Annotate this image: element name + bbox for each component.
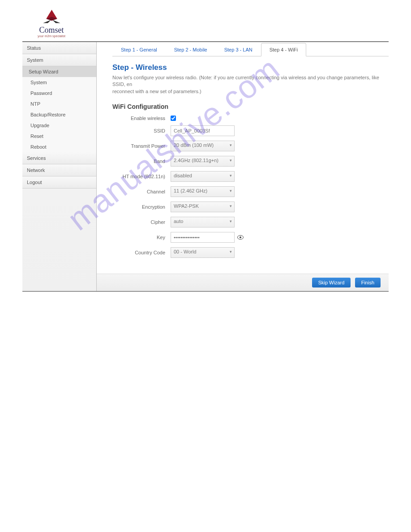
input-key[interactable] [171,232,235,243]
section-title: WiFi Configuration [112,103,389,110]
svg-point-5 [240,236,241,238]
svg-marker-2 [52,20,60,23]
label-key: Key [112,235,171,240]
tab-step3-lan[interactable]: Step 3 - LAN [216,43,261,56]
select-ht-mode[interactable]: disabled [171,171,235,182]
main-content: Step 1 - General Step 2 - Mobile Step 3 … [97,42,389,291]
input-ssid[interactable] [171,125,235,136]
label-encryption: Encryption [112,204,171,210]
label-ssid: SSID [112,128,171,133]
label-cipher: Cipher [112,219,171,225]
select-channel[interactable]: 11 (2.462 GHz) [171,186,235,197]
sidebar-sub-upgrade[interactable]: Upgrade [22,120,96,131]
svg-marker-1 [43,20,51,23]
sidebar: Status System Setup Wizard System Passwo… [22,42,97,291]
sidebar-item-services[interactable]: Services [22,152,96,164]
sidebar-sub-ntp[interactable]: NTP [22,99,96,109]
sidebar-sub-password[interactable]: Password [22,88,96,99]
tab-step1-general[interactable]: Step 1 - General [112,43,166,56]
tab-step4-wifi[interactable]: Step 4 - WiFi [261,43,307,56]
reveal-password-icon[interactable] [237,234,244,241]
sidebar-item-status[interactable]: Status [22,42,96,54]
sidebar-sub-backup-restore[interactable]: Backup/Restore [22,109,96,120]
select-cipher[interactable]: auto [171,217,235,227]
select-encryption[interactable]: WPA2-PSK [171,202,235,212]
sidebar-item-logout[interactable]: Logout [22,176,96,189]
checkbox-enable-wireless[interactable] [171,116,176,121]
select-band[interactable]: 2.4GHz (802.11g+n) [171,156,235,167]
sidebar-item-network[interactable]: Network [22,164,96,176]
label-ht-mode: HT mode (802.11n) [112,174,171,179]
label-country-code: Country Code [112,250,171,255]
wizard-tabs: Step 1 - General Step 2 - Mobile Step 3 … [112,43,389,56]
sidebar-sub-setup-wizard[interactable]: Setup Wizard [22,66,96,77]
label-channel: Channel [112,189,171,194]
brand-logo: Comset your m2m specialist [29,9,74,38]
brand-tagline: your m2m specialist [38,34,65,38]
select-country-code[interactable]: 00 - World [171,247,235,258]
page-description: Now let's configure your wireless radio.… [112,74,389,95]
sidebar-sub-system[interactable]: System [22,77,96,88]
sidebar-item-system[interactable]: System [22,54,96,66]
label-enable-wireless: Enable wireless [112,116,171,121]
finish-button[interactable]: Finish [355,278,381,287]
select-transmit-power[interactable]: 20 dBm (100 mW) [171,141,235,151]
sidebar-sub-reset[interactable]: Reset [22,131,96,142]
logo-triangle-icon [39,9,64,25]
button-bar: Skip Wizard Finish [97,274,389,291]
page-title: Step - Wireless [112,63,389,72]
sidebar-sub-reboot[interactable]: Reboot [22,142,96,152]
brand-name: Comset [39,26,64,35]
tab-step2-mobile[interactable]: Step 2 - Mobile [166,43,216,56]
skip-wizard-button[interactable]: Skip Wizard [312,278,351,287]
label-transmit-power: Transmit Power [112,143,171,149]
label-band: Band [112,159,171,164]
